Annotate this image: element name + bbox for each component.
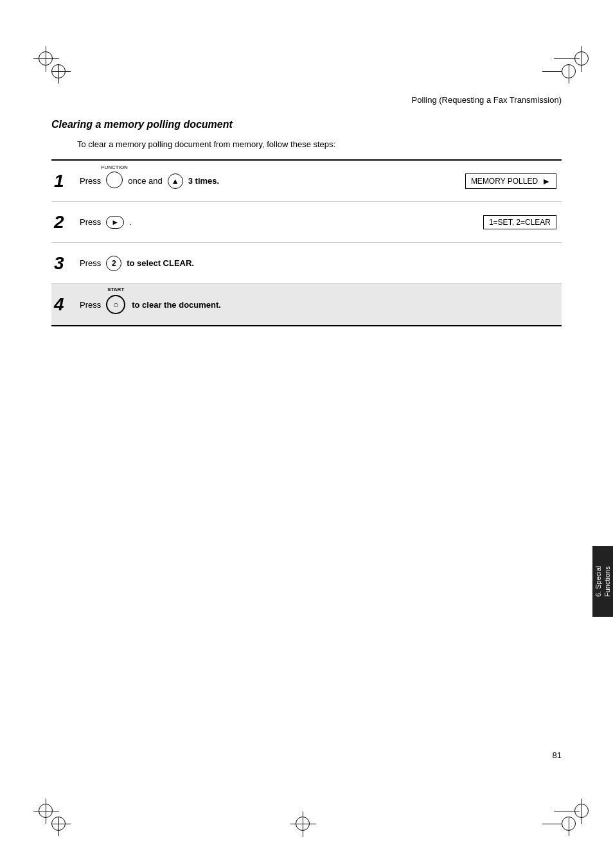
page-number: 81 bbox=[553, 750, 562, 760]
function-button-icon: FUNCTION bbox=[106, 172, 123, 190]
step-row-3: 3 Press 2 to select CLEAR. bbox=[51, 243, 562, 284]
step1-display: MEMORY POLLED ► bbox=[465, 173, 556, 189]
step-number-3: 3 bbox=[51, 253, 75, 274]
step2-period-text: . bbox=[129, 217, 132, 227]
steps-table: 1 Press FUNCTION once and ▲ 3 times. MEM… bbox=[51, 159, 562, 326]
step1-display-text: MEMORY POLLED bbox=[471, 177, 538, 186]
step-number-4: 4 bbox=[51, 294, 75, 315]
step4-press-text: Press bbox=[80, 300, 101, 310]
step-number-2: 2 bbox=[51, 212, 75, 233]
step-content-4: Press START ○ to clear the document. bbox=[75, 292, 562, 317]
function-label: FUNCTION bbox=[102, 164, 128, 170]
page-header: Polling (Requesting a Fax Transmission) bbox=[0, 95, 613, 105]
display-arrow-icon: ► bbox=[542, 176, 551, 186]
side-tab-text: 6. Special Functions bbox=[594, 550, 612, 613]
step-content-2: Press ► . bbox=[75, 213, 483, 231]
step1-times-text: 3 times. bbox=[188, 176, 219, 186]
start-button-icon: START ○ bbox=[106, 295, 125, 314]
step1-once-text: once and bbox=[128, 176, 163, 186]
step3-press-text: Press bbox=[80, 258, 101, 268]
side-tab: 6. Special Functions bbox=[592, 546, 613, 617]
section-title: Clearing a memory polling document bbox=[51, 119, 562, 130]
up-arrow-button-icon: ▲ bbox=[168, 173, 183, 189]
step2-press-text: Press bbox=[80, 217, 101, 227]
step4-clear-text: to clear the document. bbox=[132, 300, 221, 310]
start-circle-icon: ○ bbox=[106, 295, 125, 314]
step2-display: 1=SET, 2=CLEAR bbox=[483, 215, 556, 229]
main-content: Clearing a memory polling document To cl… bbox=[51, 119, 562, 326]
step-content-3: Press 2 to select CLEAR. bbox=[75, 253, 562, 274]
step-content-1: Press FUNCTION once and ▲ 3 times. bbox=[75, 169, 465, 193]
step3-select-text: to select CLEAR. bbox=[127, 258, 194, 268]
right-arrow-button-icon: ► bbox=[106, 216, 124, 229]
step-row-4: 4 Press START ○ to clear the document. bbox=[51, 284, 562, 325]
step-number-1: 1 bbox=[51, 171, 75, 191]
start-label: START bbox=[107, 287, 124, 292]
header-title: Polling (Requesting a Fax Transmission) bbox=[412, 95, 562, 105]
step-row-2: 2 Press ► . 1=SET, 2=CLEAR bbox=[51, 202, 562, 243]
intro-text: To clear a memory polling document from … bbox=[77, 139, 562, 149]
number-2-button-icon: 2 bbox=[106, 256, 121, 271]
step1-press-text: Press bbox=[80, 176, 101, 186]
step2-display-text: 1=SET, 2=CLEAR bbox=[489, 218, 551, 227]
step-row-1: 1 Press FUNCTION once and ▲ 3 times. MEM… bbox=[51, 161, 562, 202]
function-circle-icon bbox=[106, 172, 123, 188]
